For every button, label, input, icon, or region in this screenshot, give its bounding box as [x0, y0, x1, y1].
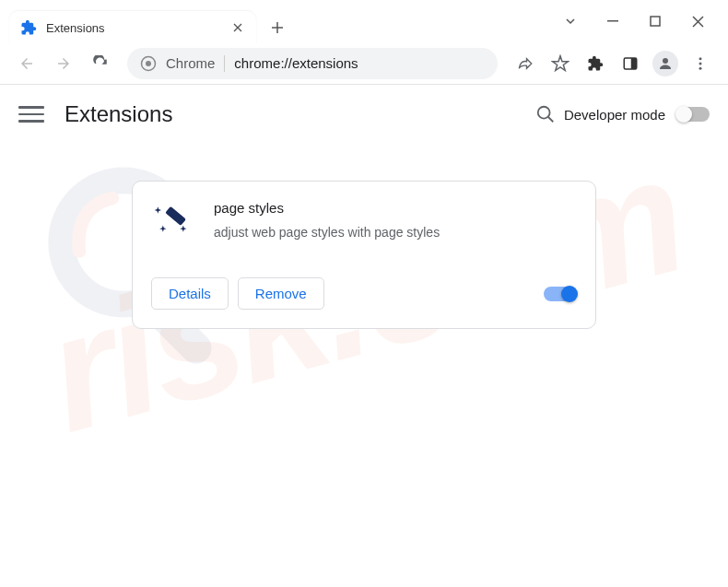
- svg-point-5: [146, 61, 151, 66]
- omnibox-divider: [224, 55, 225, 72]
- omnibox-label: Chrome: [166, 55, 215, 71]
- address-bar[interactable]: Chrome chrome://extensions: [127, 48, 498, 79]
- details-button[interactable]: Details: [151, 277, 229, 310]
- omnibox-url: chrome://extensions: [234, 55, 358, 71]
- extension-name: page styles: [214, 200, 440, 216]
- extension-puzzle-icon: [20, 19, 37, 36]
- extension-description: adjust web page styles with page styles: [214, 225, 440, 240]
- svg-point-8: [663, 58, 668, 64]
- svg-rect-7: [631, 58, 637, 69]
- svg-point-10: [699, 62, 702, 65]
- svg-point-12: [538, 107, 550, 119]
- back-button[interactable]: [11, 48, 42, 79]
- svg-rect-3: [651, 17, 660, 26]
- maximize-button[interactable]: [634, 3, 676, 40]
- hamburger-menu-icon[interactable]: [18, 101, 44, 127]
- magic-wand-icon: [151, 200, 192, 241]
- page-title: Extensions: [65, 101, 527, 127]
- svg-point-11: [699, 66, 702, 69]
- search-icon[interactable]: [527, 96, 564, 133]
- svg-rect-2: [607, 20, 618, 22]
- share-icon[interactable]: [509, 47, 542, 80]
- tab-close-icon[interactable]: [230, 20, 245, 35]
- remove-button[interactable]: Remove: [238, 277, 324, 310]
- new-tab-button[interactable]: [264, 14, 291, 41]
- extensions-puzzle-icon[interactable]: [579, 47, 612, 80]
- extension-card: page styles adjust web page styles with …: [132, 181, 596, 329]
- extension-enable-toggle[interactable]: [544, 287, 577, 301]
- forward-button[interactable]: [48, 48, 79, 79]
- reload-button[interactable]: [85, 48, 116, 79]
- browser-tab[interactable]: Extensions: [9, 11, 256, 44]
- close-button[interactable]: [676, 3, 719, 40]
- kebab-menu-icon[interactable]: [684, 47, 717, 80]
- bookmark-star-icon[interactable]: [544, 47, 577, 80]
- tab-title: Extensions: [46, 21, 221, 35]
- dropdown-icon[interactable]: [549, 3, 592, 40]
- developer-mode-toggle[interactable]: [676, 107, 710, 122]
- sidepanel-icon[interactable]: [614, 47, 647, 80]
- chrome-logo-icon: [140, 55, 157, 72]
- svg-point-9: [699, 57, 702, 60]
- minimize-button[interactable]: [592, 3, 634, 40]
- developer-mode-label: Developer mode: [564, 107, 665, 123]
- svg-rect-13: [165, 206, 186, 226]
- profile-avatar[interactable]: [649, 47, 682, 80]
